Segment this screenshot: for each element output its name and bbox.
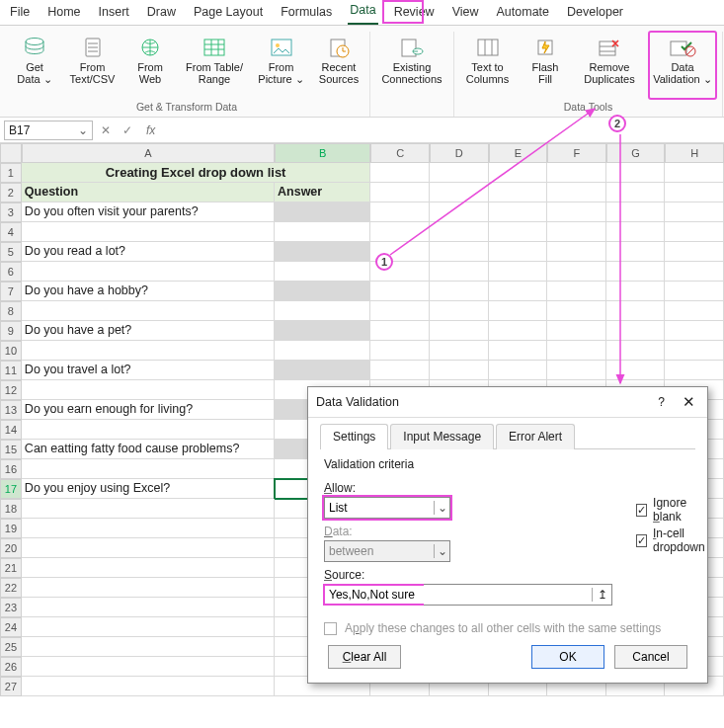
menu-view[interactable]: View xyxy=(450,1,481,25)
cell[interactable] xyxy=(665,202,724,222)
row-header[interactable]: 5 xyxy=(0,242,22,262)
cell[interactable] xyxy=(489,163,548,183)
cell[interactable] xyxy=(606,321,666,341)
cell-B4[interactable] xyxy=(275,222,370,242)
cell[interactable] xyxy=(370,183,430,202)
close-icon[interactable]: ✕ xyxy=(679,393,699,411)
menu-formulas[interactable]: Formulas xyxy=(279,1,334,25)
cell-A4[interactable] xyxy=(22,222,275,242)
cell-A10[interactable] xyxy=(22,341,275,361)
cell[interactable] xyxy=(606,202,666,222)
cell[interactable] xyxy=(665,321,724,341)
row-header[interactable]: 3 xyxy=(0,202,22,222)
cell-B5[interactable] xyxy=(275,242,370,262)
existing-connections-button[interactable]: Existing Connections xyxy=(376,32,447,99)
col-header-C[interactable]: C xyxy=(370,143,430,163)
from-table-button[interactable]: From Table/ Range xyxy=(181,32,248,99)
row-header[interactable]: 12 xyxy=(0,380,22,400)
row-header[interactable]: 11 xyxy=(0,361,22,380)
row-header[interactable]: 20 xyxy=(0,538,22,558)
cell[interactable] xyxy=(370,202,430,222)
menu-home[interactable]: Home xyxy=(45,1,82,25)
cell-A15[interactable]: Can eatting fatty food cause problems? xyxy=(22,440,275,459)
cell[interactable] xyxy=(665,222,724,242)
row-header[interactable]: 14 xyxy=(0,420,22,440)
cell[interactable] xyxy=(547,361,606,380)
from-web-button[interactable]: From Web xyxy=(125,32,175,99)
accept-formula-icon[interactable]: ✓ xyxy=(119,123,136,137)
cell[interactable] xyxy=(22,617,275,637)
get-data-button[interactable]: Get Data ⌄ xyxy=(10,32,59,99)
cell[interactable] xyxy=(430,321,489,341)
flash-fill-button[interactable]: Flash Fill xyxy=(521,32,570,99)
cell-B6[interactable] xyxy=(275,262,370,282)
row-header[interactable]: 10 xyxy=(0,341,22,361)
data-validation-button[interactable]: Data Validation ⌄ xyxy=(649,32,716,99)
col-header-A[interactable]: A xyxy=(22,143,275,163)
cell[interactable] xyxy=(606,163,666,183)
range-picker-icon[interactable]: ↥ xyxy=(592,588,611,602)
col-header-F[interactable]: F xyxy=(547,143,606,163)
cell-A5[interactable]: Do you read a lot? xyxy=(22,242,275,262)
menu-draw[interactable]: Draw xyxy=(145,1,178,25)
col-header-B[interactable]: B xyxy=(275,143,370,163)
row-header[interactable]: 4 xyxy=(0,222,22,242)
cell[interactable] xyxy=(665,183,724,202)
cell-A12[interactable] xyxy=(22,380,275,400)
cell[interactable] xyxy=(489,341,548,361)
menu-developer[interactable]: Developer xyxy=(565,1,625,25)
col-header-G[interactable]: G xyxy=(606,143,666,163)
cancel-formula-icon[interactable]: ✕ xyxy=(97,123,115,137)
cell-B7[interactable] xyxy=(275,282,370,301)
from-csv-button[interactable]: From Text/CSV xyxy=(65,32,120,99)
menu-data[interactable]: Data xyxy=(348,0,377,25)
cell-A2[interactable]: Question xyxy=(22,183,275,202)
row-header[interactable]: 21 xyxy=(0,558,22,578)
row-header[interactable]: 17 xyxy=(0,479,22,499)
cell[interactable] xyxy=(665,282,724,301)
cell[interactable] xyxy=(430,361,489,380)
row-header[interactable]: 15 xyxy=(0,440,22,459)
allow-input[interactable] xyxy=(325,499,434,517)
cell[interactable] xyxy=(22,499,275,519)
cell[interactable] xyxy=(370,301,430,321)
cell[interactable] xyxy=(430,183,489,202)
row-header[interactable]: 8 xyxy=(0,301,22,321)
help-icon[interactable]: ? xyxy=(658,395,665,409)
cell[interactable] xyxy=(489,222,548,242)
cell[interactable] xyxy=(22,538,275,558)
row-header[interactable]: 18 xyxy=(0,499,22,519)
cell-A8[interactable] xyxy=(22,301,275,321)
cell[interactable] xyxy=(606,282,666,301)
cell-A14[interactable] xyxy=(22,420,275,440)
row-header[interactable]: 24 xyxy=(0,617,22,637)
cell[interactable] xyxy=(430,262,489,282)
incell-dropdown-checkbox[interactable]: ✓In-cell dropdown xyxy=(636,526,707,554)
cell[interactable] xyxy=(606,183,666,202)
cell-B10[interactable] xyxy=(275,341,370,361)
tab-error-alert[interactable]: Error Alert xyxy=(496,424,575,449)
cell[interactable] xyxy=(547,262,606,282)
cell-B2[interactable]: Answer xyxy=(275,183,370,202)
row-header[interactable]: 25 xyxy=(0,637,22,657)
select-all-corner[interactable] xyxy=(0,143,22,163)
cell[interactable] xyxy=(430,282,489,301)
cell[interactable] xyxy=(665,262,724,282)
cell[interactable] xyxy=(22,519,275,538)
chevron-down-icon[interactable]: ⌄ xyxy=(78,123,88,137)
cell[interactable] xyxy=(22,578,275,598)
col-header-D[interactable]: D xyxy=(430,143,489,163)
cell[interactable] xyxy=(370,242,430,262)
cell[interactable] xyxy=(489,202,548,222)
cell[interactable] xyxy=(606,341,666,361)
cell[interactable] xyxy=(665,242,724,262)
cell-A11[interactable]: Do you travel a lot? xyxy=(22,361,275,380)
tab-input-message[interactable]: Input Message xyxy=(390,424,494,449)
cell[interactable] xyxy=(430,163,489,183)
ignore-blank-checkbox[interactable]: ✓Ignore blank xyxy=(636,496,707,524)
cell[interactable] xyxy=(606,361,666,380)
cell-A1[interactable]: Creating Excel drop down list xyxy=(22,163,370,183)
cell[interactable] xyxy=(606,242,666,262)
cell[interactable] xyxy=(547,222,606,242)
cell[interactable] xyxy=(606,222,666,242)
